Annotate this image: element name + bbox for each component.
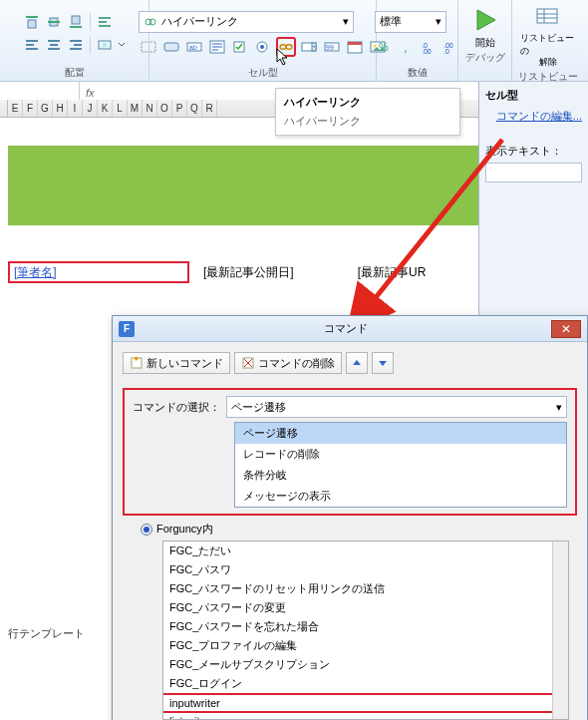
page-item[interactable]: inputwriter	[162, 693, 569, 713]
wrap-text-icon[interactable]	[95, 12, 115, 32]
command-select-redbox: コマンドの選択： ページ遷移▾ ページ遷移レコードの削除条件分岐メッセージの表示	[123, 388, 577, 516]
svg-text:,: ,	[404, 40, 408, 54]
ct-textbox-icon[interactable]: ab	[184, 37, 204, 57]
page-item[interactable]: FGC_ただい	[163, 541, 568, 560]
dd-item[interactable]: ページ遷移	[235, 423, 566, 444]
svg-rect-23	[164, 43, 178, 51]
celltype-combo[interactable]: ハイパーリンク ▾	[139, 11, 354, 33]
fx-icon[interactable]: fx	[80, 87, 101, 99]
page-item[interactable]: listwriters	[163, 713, 568, 720]
svg-rect-19	[103, 43, 107, 47]
page-item[interactable]: FGC_ログイン	[163, 674, 568, 693]
ct-check-icon[interactable]	[230, 37, 250, 57]
col-K[interactable]: K	[98, 100, 113, 117]
dd-item[interactable]: メッセージの表示	[235, 486, 566, 507]
dialog-titlebar[interactable]: F コマンド ✕	[113, 316, 587, 342]
page-item[interactable]: FGC_プロファイルの編集	[163, 636, 568, 655]
merge-cells-icon[interactable]	[95, 35, 115, 55]
move-down-button[interactable]	[372, 352, 394, 374]
delete-command-button[interactable]: コマンドの削除	[234, 352, 342, 374]
cell-latest-url[interactable]: [最新記事UR	[352, 261, 433, 283]
display-text-input[interactable]	[485, 163, 582, 182]
col-H[interactable]: H	[53, 100, 68, 117]
align-right-icon[interactable]	[66, 35, 86, 55]
listview-release-button[interactable]: リストビューの 解除	[520, 2, 576, 69]
svg-rect-7	[99, 21, 107, 23]
hyperlink-tooltip: ハイパーリンク ハイパーリンク	[275, 88, 460, 136]
number-format-combo[interactable]: 標準▾	[375, 11, 446, 33]
align-center-icon[interactable]	[44, 35, 64, 55]
svg-rect-11	[26, 48, 38, 50]
command-dialog: F コマンド ✕ ✦ 新しいコマンド コマンドの削除 コマンドの選択： ページ遷…	[112, 315, 588, 720]
group-align-label: 配置	[65, 65, 85, 81]
col-G[interactable]: G	[38, 100, 53, 117]
col-M[interactable]: M	[128, 100, 143, 117]
edit-commands-link[interactable]: コマンドの編集...	[485, 109, 582, 124]
align-top-icon[interactable]	[22, 12, 42, 32]
svg-rect-4	[72, 16, 80, 24]
col-J[interactable]: J	[83, 100, 98, 117]
svg-point-34	[286, 44, 292, 49]
dd-item[interactable]: 条件分岐	[235, 465, 566, 486]
ct-none-icon[interactable]	[139, 37, 158, 57]
svg-rect-14	[48, 48, 60, 50]
ct-combo-icon[interactable]	[299, 37, 319, 57]
page-item[interactable]: FGC_パスワードを忘れた場合	[163, 617, 568, 636]
svg-rect-1	[28, 20, 36, 28]
ct-hyperlink-icon[interactable]	[276, 37, 296, 57]
cell-author-name[interactable]: [筆者名]	[8, 261, 189, 283]
ct-date-icon[interactable]	[345, 37, 365, 57]
col-N[interactable]: N	[143, 100, 157, 117]
col-Q[interactable]: Q	[187, 100, 202, 117]
cmd-select-combo[interactable]: ページ遷移▾	[226, 396, 567, 418]
col-R[interactable]: R	[202, 100, 217, 117]
svg-point-21	[149, 19, 155, 25]
svg-rect-22	[142, 42, 155, 52]
percent-icon[interactable]: %	[375, 37, 395, 57]
svg-rect-40	[348, 42, 362, 45]
dd-item[interactable]: レコードの削除	[235, 444, 566, 465]
align-bottom-icon[interactable]	[66, 12, 86, 32]
svg-text:99: 99	[326, 44, 334, 51]
comma-icon[interactable]: ,	[397, 37, 417, 57]
col-F[interactable]: F	[23, 100, 38, 117]
page-item[interactable]: FGC_パスワードの変更	[163, 598, 568, 617]
scrollbar[interactable]	[552, 541, 568, 719]
start-button[interactable]: 開始	[457, 2, 513, 50]
dialog-title-text: コマンド	[141, 321, 551, 336]
page-item[interactable]: FGC_メールサブスクリプション	[163, 655, 568, 674]
group-number-label: 数値	[408, 65, 428, 81]
svg-rect-13	[50, 44, 58, 46]
col-L[interactable]: L	[113, 100, 128, 117]
ct-button-icon[interactable]	[161, 37, 181, 57]
svg-rect-5	[70, 26, 82, 28]
merge-dd-icon[interactable]	[117, 35, 127, 55]
group-celltype-label: セル型	[248, 65, 278, 81]
inc-decimal-icon[interactable]: .0.00	[419, 37, 439, 57]
celltype-combo-text: ハイパーリンク	[161, 14, 238, 29]
page-list[interactable]: FGC_ただいFGC_パスワFGC_パスワードのリセット用リンクの送信FGC_パ…	[162, 540, 569, 720]
chevron-down-icon: ▾	[343, 15, 349, 28]
col-I[interactable]: I	[68, 100, 83, 117]
svg-text:.0: .0	[443, 48, 449, 54]
internal-page-radio[interactable]	[141, 524, 152, 536]
move-up-button[interactable]	[346, 352, 368, 374]
col-E[interactable]: E	[8, 100, 23, 117]
new-command-button[interactable]: ✦ 新しいコマンド	[123, 352, 230, 374]
align-left-icon[interactable]	[22, 35, 42, 55]
align-middle-icon[interactable]	[44, 12, 64, 32]
ct-radio-icon[interactable]	[253, 37, 273, 57]
svg-rect-8	[99, 25, 111, 27]
svg-text:.00: .00	[422, 48, 432, 54]
col-P[interactable]: P	[172, 100, 187, 117]
ct-number-icon[interactable]: 99	[322, 37, 342, 57]
close-button[interactable]: ✕	[551, 320, 581, 338]
ct-multiline-icon[interactable]	[207, 37, 227, 57]
display-text-label: 表示テキスト：	[485, 144, 582, 159]
page-item[interactable]: FGC_パスワードのリセット用リンクの送信	[163, 579, 568, 598]
svg-point-32	[260, 45, 264, 49]
page-item[interactable]: FGC_パスワ	[163, 560, 568, 579]
cell-latest-pub[interactable]: [最新記事公開日]	[197, 261, 300, 283]
col-O[interactable]: O	[157, 100, 172, 117]
cmd-select-label: コマンドの選択：	[133, 400, 220, 415]
